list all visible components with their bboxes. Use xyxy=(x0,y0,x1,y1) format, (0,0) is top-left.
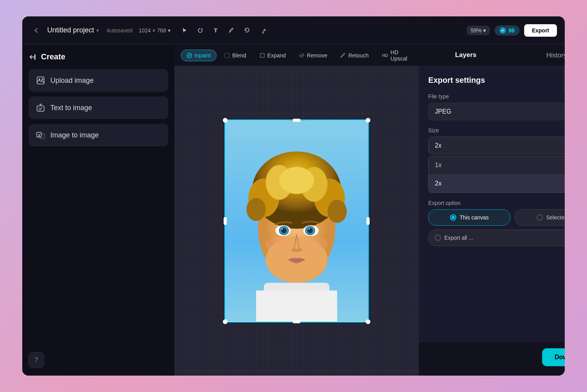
svg-point-33 xyxy=(309,228,310,230)
redo-button[interactable] xyxy=(256,24,269,37)
svg-rect-8 xyxy=(225,53,229,58)
shirt-overlay xyxy=(225,282,368,322)
remove-tool[interactable]: Remove xyxy=(294,50,333,61)
canvas-size-control[interactable]: 1024 × 768 ▾ xyxy=(139,27,170,34)
app-window: Untitled project ▾ Autosaved 1024 × 768 … xyxy=(22,16,565,376)
size-2x-label: 2x xyxy=(435,180,441,187)
upload-icon xyxy=(36,76,45,85)
svg-point-35 xyxy=(296,248,302,252)
help-button[interactable]: ? xyxy=(28,352,44,368)
undo-button[interactable] xyxy=(241,24,253,37)
rotate-tool-button[interactable] xyxy=(194,24,206,37)
history-tab-label: History xyxy=(546,52,565,59)
this-canvas-option[interactable]: This canvas xyxy=(428,209,511,226)
export-all-option[interactable]: Export all ... xyxy=(428,230,565,246)
svg-point-26 xyxy=(281,228,287,233)
text-to-image-label: Text to image xyxy=(50,104,92,112)
svg-point-24 xyxy=(276,225,291,236)
blend-icon xyxy=(224,53,230,58)
svg-point-31 xyxy=(308,228,313,233)
main-content: Create Upload image Text to image xyxy=(22,45,565,376)
this-canvas-label: This canvas xyxy=(459,214,489,221)
size-dropdown-trigger[interactable]: 2x ∧ xyxy=(428,137,565,154)
svg-point-15 xyxy=(266,237,327,283)
upscal-hd-badge: HD xyxy=(382,53,388,58)
canvas-image-container xyxy=(224,119,369,323)
right-panel-header: Layers History ▾ xyxy=(419,45,565,66)
file-type-field: File type JPEG ▾ xyxy=(428,93,565,120)
upload-image-label: Upload image xyxy=(50,77,94,85)
select-tool-button[interactable] xyxy=(178,24,191,37)
autosaved-status: Autosaved xyxy=(107,27,132,34)
expand-icon xyxy=(260,53,265,58)
file-type-label: File type xyxy=(428,93,565,100)
upscal-tool[interactable]: HD HD Upscal xyxy=(377,47,413,64)
expand-label: Expand xyxy=(267,52,286,59)
download-button[interactable]: Download xyxy=(542,348,565,366)
export-option-label: Export option xyxy=(428,200,565,206)
selected-radio xyxy=(537,214,543,221)
canvas-size-value: 1024 × 768 xyxy=(139,27,166,34)
credit-count: 98 xyxy=(509,27,515,34)
pen-tool-button[interactable] xyxy=(225,24,238,37)
size-option-1x[interactable]: 1x xyxy=(429,156,565,174)
canvas-area: Inpaint Blend Expand xyxy=(174,45,419,376)
project-title-area[interactable]: Untitled project ▾ xyxy=(47,26,99,34)
text-to-image-button[interactable]: Text to image xyxy=(28,96,168,119)
blend-tool[interactable]: Blend xyxy=(219,50,252,61)
export-option-row: This canvas Selected l... xyxy=(428,209,565,226)
size-option-2x[interactable]: 2x xyxy=(429,175,565,192)
file-type-select[interactable]: JPEG ▾ xyxy=(428,103,565,120)
size-current-value: 2x xyxy=(435,142,441,149)
remove-label: Remove xyxy=(307,52,327,59)
retouch-tool[interactable]: Retouch xyxy=(335,50,374,61)
canvas-viewport[interactable] xyxy=(174,66,419,376)
resize-handle-ml[interactable] xyxy=(224,217,227,225)
project-title: Untitled project xyxy=(47,26,94,34)
export-panel: Export settings File type JPEG ▾ Size 2x xyxy=(419,66,565,342)
text-to-image-icon xyxy=(36,103,45,112)
upscal-label: HD Upscal xyxy=(391,49,407,62)
image-to-image-button[interactable]: Image to image xyxy=(28,124,168,146)
svg-rect-6 xyxy=(40,134,44,139)
inpaint-tool[interactable]: Inpaint xyxy=(181,50,217,61)
size-label: Size xyxy=(428,127,565,134)
credit-badge: 98 xyxy=(495,25,519,36)
image-to-image-label: Image to image xyxy=(50,131,99,139)
blend-label: Blend xyxy=(232,52,246,59)
resize-handle-bm[interactable] xyxy=(293,320,301,323)
selected-label: Selected l... xyxy=(546,214,565,221)
size-1x-label: 1x xyxy=(435,162,441,168)
history-tab[interactable]: History ▾ xyxy=(512,45,565,66)
svg-rect-4 xyxy=(37,106,44,111)
upload-image-button[interactable]: Upload image xyxy=(28,69,168,92)
right-panel: Layers History ▾ Export settings File ty… xyxy=(419,45,565,376)
export-settings-title: Export settings xyxy=(428,76,565,85)
inpaint-icon xyxy=(187,53,192,58)
selected-option[interactable]: Selected l... xyxy=(514,209,565,226)
layers-tab[interactable]: Layers xyxy=(419,45,512,66)
download-area: Download xyxy=(419,342,565,376)
svg-point-36 xyxy=(266,237,285,251)
retouch-label: Retouch xyxy=(348,52,368,59)
expand-tool[interactable]: Expand xyxy=(254,50,291,61)
project-chevron-icon: ▾ xyxy=(96,28,99,33)
export-button[interactable]: Export xyxy=(524,24,557,37)
resize-handle-mr[interactable] xyxy=(366,217,370,225)
svg-point-28 xyxy=(282,228,283,230)
layers-tab-label: Layers xyxy=(455,51,477,59)
svg-point-37 xyxy=(308,237,327,251)
svg-point-32 xyxy=(309,228,311,231)
zoom-control[interactable]: 59% ▾ xyxy=(467,26,490,35)
size-field: Size 2x ∧ 1x 2x xyxy=(428,127,565,193)
image-to-image-icon xyxy=(36,131,45,139)
text-tool-button[interactable]: T xyxy=(210,24,222,37)
layers-thumbnail xyxy=(563,66,565,94)
file-type-value: JPEG xyxy=(435,108,451,115)
hair-overlay xyxy=(225,120,368,211)
export-all-radio xyxy=(435,235,441,241)
back-button[interactable] xyxy=(30,24,43,37)
svg-point-27 xyxy=(282,228,284,231)
resize-handle-tm[interactable] xyxy=(293,119,301,122)
svg-rect-2 xyxy=(37,77,44,84)
